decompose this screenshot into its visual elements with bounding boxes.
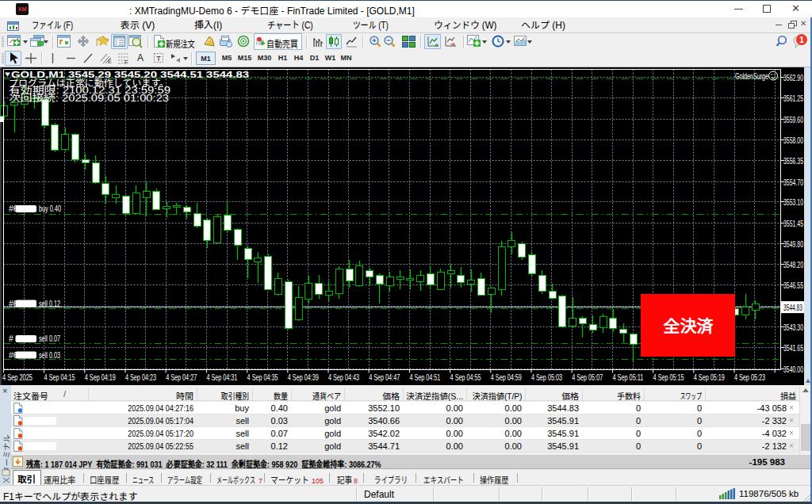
svg-text:3541.65: 3541.65 [783,343,803,353]
svg-text:3554.70: 3554.70 [783,178,803,187]
svg-text:次回接続: 2025.09.05 01:00:23: 次回接続: 2025.09.05 01:00:23 [9,93,169,104]
svg-text:T: T [156,55,161,63]
svg-text:GoldenSurge: GoldenSurge [735,71,768,81]
svg-text:3540.00: 3540.00 [783,365,803,374]
svg-text:4 Sep 04:27: 4 Sep 04:27 [166,372,197,382]
svg-text:4 Sep 05:23: 4 Sep 05:23 [734,372,765,382]
svg-text:3559.60: 3559.60 [783,115,803,124]
svg-text:3561.25: 3561.25 [783,94,803,103]
svg-text:sell 0.03: sell 0.03 [39,350,60,360]
svg-text:3562.90: 3562.90 [783,73,803,82]
svg-text:3546.55: 3546.55 [783,281,803,290]
svg-text:E: E [108,59,112,64]
svg-text:4 Sep 04:39: 4 Sep 04:39 [288,372,319,382]
svg-text:4 Sep 05:03: 4 Sep 05:03 [531,372,562,382]
svg-text:3558.00: 3558.00 [783,136,803,145]
svg-text:4 Sep 04:59: 4 Sep 04:59 [491,372,522,382]
svg-text:1: 1 [799,36,804,44]
svg-text:4 Sep 04:35: 4 Sep 04:35 [247,372,278,382]
svg-text:4 Sep 04:31: 4 Sep 04:31 [206,372,237,382]
svg-text:4 Sep 05:15: 4 Sep 05:15 [653,372,684,382]
svg-text:3548.20: 3548.20 [783,260,803,269]
svg-text:4 Sep 04:51: 4 Sep 04:51 [409,372,440,382]
svg-text:#: # [9,334,13,343]
svg-text:全決済: 全決済 [663,313,714,337]
svg-text:4 Sep 04:23: 4 Sep 04:23 [125,372,156,382]
svg-text:3556.35: 3556.35 [783,156,803,166]
svg-text:4 Sep 04:15: 4 Sep 04:15 [44,372,75,382]
svg-text:4 Sep 2025: 4 Sep 2025 [2,372,33,382]
svg-text:4 Sep 04:19: 4 Sep 04:19 [85,372,116,382]
svg-text:4 Sep 04:47: 4 Sep 04:47 [369,372,400,382]
svg-text:sell 0.07: sell 0.07 [39,334,60,343]
svg-text:4 Sep 05:11: 4 Sep 05:11 [612,372,643,382]
svg-text:3549.80: 3549.80 [783,239,803,249]
svg-text:3551.45: 3551.45 [783,219,803,228]
svg-text:4 Sep 04:43: 4 Sep 04:43 [328,372,359,382]
svg-text:4 Sep 05:19: 4 Sep 05:19 [694,372,725,382]
svg-text:F: F [124,59,128,65]
svg-text:sell 0.12: sell 0.12 [39,299,60,308]
svg-text:buy 0.40: buy 0.40 [39,204,61,213]
svg-text:4 Sep 04:55: 4 Sep 04:55 [450,372,481,382]
svg-text:3553.10: 3553.10 [783,197,803,207]
svg-text:3543.30: 3543.30 [783,323,803,332]
svg-text:3544.83: 3544.83 [783,303,802,312]
svg-text:4 Sep 05:07: 4 Sep 05:07 [572,372,603,382]
